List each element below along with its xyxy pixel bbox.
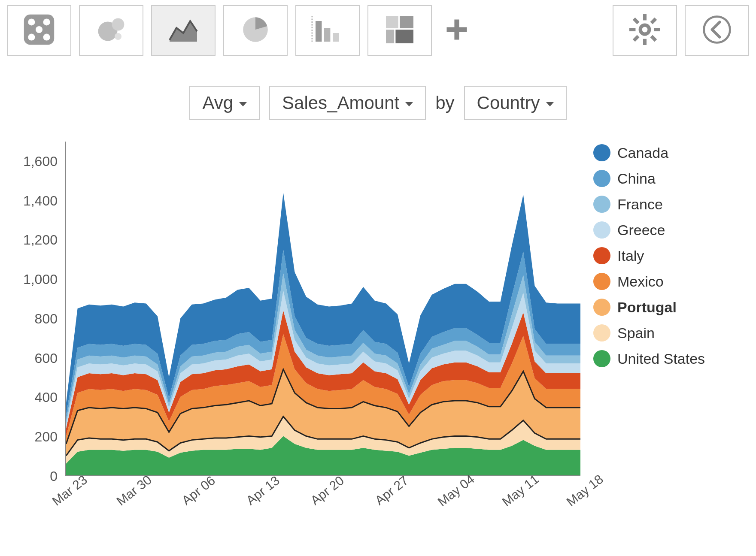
svg-rect-16 [400,16,413,28]
area-chart-icon [166,12,200,48]
legend-item-canada[interactable]: Canada [593,144,705,161]
heatmap-chart-icon [383,12,417,48]
svg-rect-28 [633,18,640,24]
plus-icon [445,18,469,43]
svg-rect-17 [386,30,394,43]
x-tick-label: Apr 27 [372,473,411,508]
bubble-chart-button[interactable] [79,5,143,56]
legend-swatch [593,273,610,290]
legend-item-portugal[interactable]: Portugal [593,299,705,316]
query-bar: Avg Sales_Amount by Country [5,86,751,120]
add-visualization-button[interactable] [440,5,474,56]
pie-chart-icon [238,12,273,48]
svg-rect-13 [324,28,330,42]
pie-chart-button[interactable] [223,5,288,56]
svg-rect-25 [654,28,660,31]
dice-chart-button[interactable] [7,5,71,56]
y-axis: 02004006008001,0001,2001,4001,600 [5,142,61,476]
svg-point-7 [112,18,124,31]
y-tick-label: 1,600 [23,153,58,169]
svg-point-1 [28,18,35,25]
svg-point-3 [36,26,43,33]
aggregation-value: Avg [202,93,233,113]
chevron-down-icon [239,102,247,106]
settings-button[interactable] [613,5,677,56]
legend-label: Greece [617,222,665,239]
y-tick-label: 600 [35,350,58,366]
x-tick-label: May 11 [499,472,541,509]
legend-label: Canada [617,145,668,161]
x-tick-label: May 04 [435,472,477,509]
stacked-area-plot[interactable] [65,142,580,476]
y-tick-label: 1,400 [23,193,58,208]
legend-label: France [617,196,663,213]
legend-swatch [593,144,610,161]
gear-icon [628,12,662,48]
toolbar [5,5,751,56]
bar-chart-button[interactable] [295,5,360,56]
by-label: by [435,93,454,113]
x-tick-label: Apr 13 [243,473,282,508]
svg-rect-20 [446,27,467,32]
legend-item-greece[interactable]: Greece [593,221,705,239]
bubble-icon [94,12,128,48]
x-tick-label: Mar 30 [114,472,155,508]
x-tick-label: May 18 [564,472,606,509]
legend-item-mexico[interactable]: Mexico [593,273,705,290]
legend-swatch [593,170,610,187]
svg-point-2 [43,18,50,25]
svg-rect-24 [629,28,635,31]
y-tick-label: 800 [35,311,58,326]
svg-rect-14 [333,33,339,42]
svg-rect-26 [650,18,657,24]
legend-swatch [593,299,610,316]
legend-item-spain[interactable]: Spain [593,324,705,341]
x-axis: Mar 23Mar 30Apr 06Apr 13Apr 20Apr 27May … [65,480,580,532]
x-tick-label: Apr 20 [308,473,347,508]
dimension-value: Country [477,93,540,113]
svg-point-8 [115,33,121,40]
y-tick-label: 1,000 [23,272,58,287]
legend-swatch [593,247,610,264]
chevron-down-icon [405,102,413,106]
svg-rect-18 [395,30,413,43]
legend-item-france[interactable]: France [593,196,705,213]
y-tick-label: 0 [50,468,58,484]
legend-label: Portugal [617,299,677,316]
bar-chart-icon [309,12,346,48]
back-button[interactable] [685,5,749,56]
legend-label: Italy [617,248,644,264]
legend: CanadaChinaFranceGreeceItalyMexicoPortug… [593,144,705,376]
legend-swatch [593,196,610,213]
chart-area: 02004006008001,0001,2001,4001,600 Mar 23… [5,142,589,528]
legend-label: China [617,170,656,187]
area-chart-button[interactable] [151,5,216,56]
legend-label: Spain [617,325,655,341]
legend-item-china[interactable]: China [593,170,705,187]
dice-icon [22,12,56,48]
svg-rect-29 [650,35,657,42]
chevron-down-icon [546,102,554,106]
arrow-left-icon [700,12,734,48]
legend-swatch [593,221,610,239]
heatmap-chart-button[interactable] [367,5,432,56]
legend-label: United States [617,351,705,367]
svg-point-31 [704,17,730,43]
svg-point-5 [43,34,50,41]
measure-dropdown[interactable]: Sales_Amount [269,86,426,120]
svg-rect-12 [316,21,322,42]
svg-rect-23 [643,39,647,45]
y-tick-label: 200 [35,429,58,445]
aggregation-dropdown[interactable]: Avg [189,86,260,120]
svg-point-30 [642,27,648,33]
svg-rect-22 [643,14,647,20]
legend-item-italy[interactable]: Italy [593,247,705,264]
measure-value: Sales_Amount [282,93,399,113]
legend-label: Mexico [617,273,664,290]
dimension-dropdown[interactable]: Country [464,86,567,120]
y-tick-label: 1,200 [23,232,58,248]
svg-rect-27 [633,35,640,42]
legend-swatch [593,350,610,367]
legend-item-united-states[interactable]: United States [593,350,705,367]
x-tick-label: Apr 06 [179,473,218,508]
